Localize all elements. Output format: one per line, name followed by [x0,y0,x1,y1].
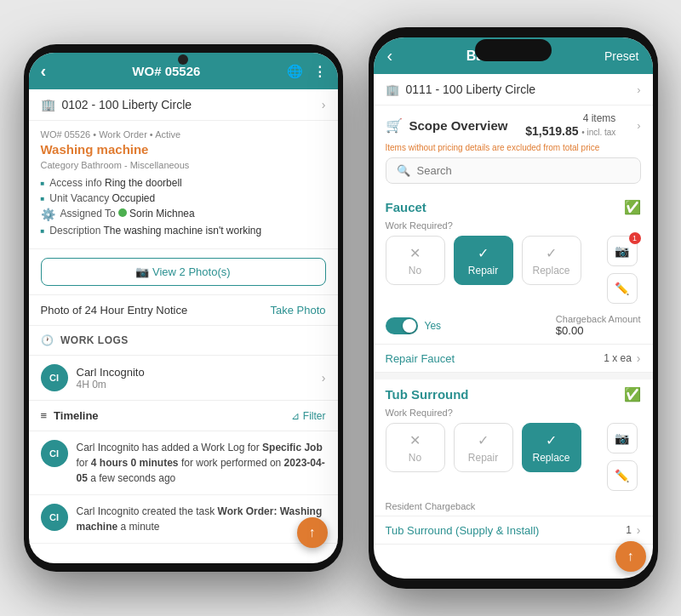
faucet-option-replace[interactable]: ✓ Replace [522,236,581,285]
wo-meta: WO# 05526 • Work Order • Active [41,129,326,140]
search-bar[interactable]: 🔍 [386,157,641,184]
tub-item-qty: 1 [626,524,632,536]
search-input[interactable] [417,164,630,177]
right-address-row[interactable]: 🏢 0111 - 100 Liberty Circle › [374,74,653,106]
info-access: ■ Access info Ring the doorbell [41,177,326,189]
more-icon[interactable]: ⋮ [313,64,326,79]
scope-right: 4 items $1,519.85 • incl. tax [525,112,615,138]
tub-replace-label: Replace [532,452,569,464]
address-row[interactable]: 🏢 0102 - 100 Liberty Circle › [29,89,338,121]
no-label: No [409,265,421,277]
chargeback-toggle[interactable] [386,317,418,334]
tub-repair-label: Repair [468,452,498,464]
scope-items: 4 items [525,112,615,124]
chargeback-amount-value: $0.00 [556,324,641,337]
tub-check-icon: ✅ [624,386,641,402]
description-value: The washing machine isn't working [104,225,262,237]
faucet-item-row[interactable]: Repair Faucet 1 x ea › [374,344,653,373]
log-time: 4H 0m [77,379,145,391]
scope-tax: • incl. tax [581,128,615,137]
access-label: Access info [49,177,101,189]
tub-title: Tub Surround [386,387,469,402]
log-name: Carl Incognito [77,366,145,379]
camera-notch [178,54,188,65]
faucet-options-area: ✕ No ✓ Repair ✓ Replace [374,236,653,311]
back-button[interactable]: ‹ [41,61,47,81]
tub-option-no[interactable]: ✕ No [386,423,445,472]
faucet-option-buttons: ✕ No ✓ Repair ✓ Replace [386,236,581,285]
view-photos-button[interactable]: 📷 View 2 Photo(s) [41,258,326,286]
tub-edit-button[interactable]: ✏️ [607,460,638,491]
no-icon: ✕ [409,245,421,261]
tub-chargeback-label: Resident Chargeback [374,498,653,516]
log-entry[interactable]: CI Carl Incognito 4H 0m › [29,356,338,401]
info-vacancy: ■ Unit Vacancy Occupied [41,192,326,204]
right-address-text: 0111 - 100 Liberty Circle [406,83,536,96]
scene: ‹ WO# 05526 🌐 ⋮ 🏢 0102 - 100 Liberty Cir… [7,10,675,606]
tub-option-repair[interactable]: ✓ Repair [454,423,513,472]
photo-notice-label: Photo of 24 Hour Entry Notice [41,304,188,317]
faucet-camera-button[interactable]: 📷 1 [607,236,638,266]
tub-option-replace[interactable]: ✓ Replace [522,423,581,472]
pricing-note: Items without pricing details are exclud… [374,141,653,157]
work-logs-label: WORK LOGS [60,334,129,346]
vacancy-value: Occupied [112,192,156,204]
photo-notice-row: Photo of 24 Hour Entry Notice Take Photo [29,294,338,326]
timeline-items: CI Carl Incognito has added a Work Log f… [29,431,338,544]
building-icon: 🏢 [41,98,55,111]
pill-notch [475,39,552,61]
left-phone-screen: ‹ WO# 05526 🌐 ⋮ 🏢 0102 - 100 Liberty Cir… [29,53,338,563]
tub-item-right: 1 › [626,523,640,537]
info-description: ■ Description The washing machine isn't … [41,225,326,237]
tub-options-area: ✕ No ✓ Repair ✓ Replace [374,423,653,498]
timeline-header: ≡ Timeline ⊿ Filter [29,401,338,431]
scope-title: Scope Overview [409,118,508,133]
faucet-title: Faucet [386,200,426,214]
right-back-button[interactable]: ‹ [387,46,393,66]
faucet-work-required-label: Work Required? [374,220,653,236]
faucet-item-qty: 1 x ea [604,352,632,364]
faucet-photo-actions: 📷 1 ✏️ [607,236,641,304]
faucet-option-repair[interactable]: ✓ Repair [454,236,513,285]
faucet-item-chevron: › [637,351,641,365]
assigned-label: Assigned To [60,208,116,220]
assigned-status-dot [118,208,127,217]
fab-button-left[interactable]: ↑ [297,517,328,548]
take-photo-button[interactable]: Take Photo [270,304,325,317]
tub-no-label: No [409,452,421,464]
camera-badge: 1 [629,232,641,244]
tub-section-header: Tub Surround ✅ [374,379,653,408]
section-divider [374,373,653,379]
faucet-edit-button[interactable]: ✏️ [607,273,638,304]
tub-camera-button[interactable]: 📷 [607,423,638,453]
right-phone: ‹ Bathroom Preset 🏢 0111 - 100 Liberty C… [369,27,658,589]
right-addr-left: 🏢 0111 - 100 Liberty Circle [386,83,536,96]
globe-icon[interactable]: 🌐 [287,64,303,79]
scope-overview-row[interactable]: 🛒 Scope Overview 4 items $1,519.85 • inc… [374,106,653,141]
log-left: CI Carl Incognito 4H 0m [41,364,145,391]
timeline-label: ≡ Timeline [41,409,99,422]
tub-photo-actions: 📷 ✏️ [607,423,641,491]
timeline-icon: ≡ [41,409,48,422]
filter-button[interactable]: ⊿ Filter [291,410,326,422]
right-content: ‹ Bathroom Preset 🏢 0111 - 100 Liberty C… [374,37,653,579]
chargeback-amount-label: Chargeback Amount [556,314,641,324]
timeline-item-1: CI Carl Incognito has added a Work Log f… [29,431,338,495]
address-chevron: › [322,98,326,111]
chargeback-left: Yes [386,317,442,334]
vacancy-label: Unit Vacancy [49,192,109,204]
right-body: Faucet ✅ Work Required? ✕ No ✓ R [374,192,653,579]
fab-button-right[interactable]: ↑ [615,541,646,572]
faucet-item-right: 1 x ea › [604,351,640,365]
tub-work-required-label: Work Required? [374,408,653,423]
preset-label: Preset [604,49,638,63]
tub-no-icon: ✕ [409,432,421,448]
work-order-section: WO# 05526 • Work Order • Active Washing … [29,121,338,249]
address-text: 0102 - 100 Liberty Circle [62,98,192,111]
wo-title: WO# 05526 [132,64,200,78]
cart-icon: 🛒 [386,117,403,134]
faucet-section-header: Faucet ✅ [374,192,653,220]
faucet-option-no[interactable]: ✕ No [386,236,445,285]
tub-item-row[interactable]: Tub Surround (Supply & Install) 1 › [374,516,653,545]
filter-label: Filter [303,410,326,422]
